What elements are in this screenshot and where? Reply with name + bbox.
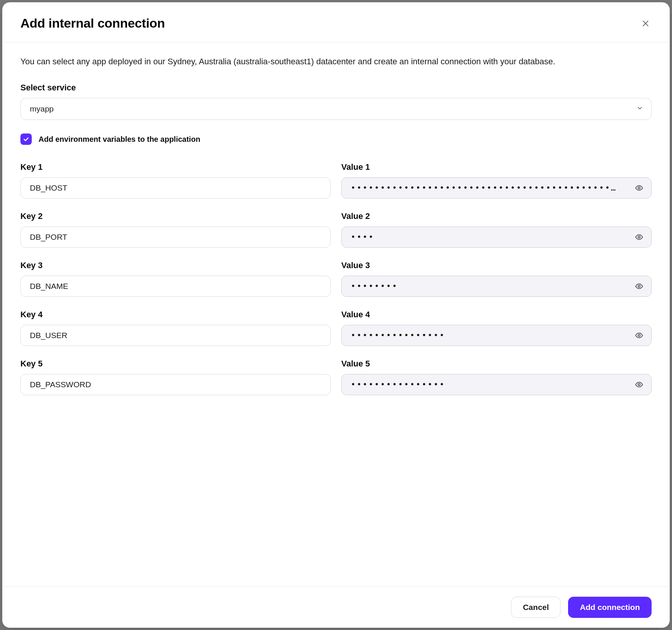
value-label: Value 4: [341, 310, 652, 320]
add-internal-connection-modal: Add internal connection You can select a…: [2, 2, 670, 628]
value-input-3[interactable]: [341, 276, 652, 297]
env-var-grid: Key 1 Value 1 Key 2 Value 2: [20, 162, 652, 408]
key-label: Key 2: [20, 211, 331, 221]
reveal-value-5-button[interactable]: [633, 379, 645, 390]
eye-icon: [635, 282, 643, 290]
value-block-2: Value 2: [341, 211, 652, 248]
key-input-2[interactable]: [20, 227, 331, 248]
select-service-label: Select service: [20, 83, 652, 93]
svg-point-5: [638, 334, 640, 337]
reveal-value-3-button[interactable]: [633, 281, 645, 292]
close-button[interactable]: [639, 17, 652, 29]
modal-header: Add internal connection: [2, 2, 670, 42]
env-var-checkbox-row: Add environment variables to the applica…: [20, 133, 652, 145]
key-input-4[interactable]: [20, 325, 331, 346]
svg-point-2: [638, 187, 640, 189]
key-block-3: Key 3: [20, 261, 331, 297]
key-label: Key 3: [20, 261, 331, 270]
value-block-5: Value 5: [341, 359, 652, 395]
key-input-5[interactable]: [20, 374, 331, 395]
key-input-1[interactable]: [20, 177, 331, 199]
svg-point-3: [638, 236, 640, 238]
key-label: Key 1: [20, 162, 331, 172]
value-block-3: Value 3: [341, 261, 652, 297]
key-label: Key 4: [20, 310, 331, 320]
value-label: Value 2: [341, 211, 652, 221]
value-label: Value 5: [341, 359, 652, 369]
close-icon: [641, 19, 650, 28]
value-input-5[interactable]: [341, 374, 652, 395]
eye-icon: [635, 380, 643, 389]
select-service-wrap: [20, 98, 652, 120]
modal-body: You can select any app deployed in our S…: [2, 42, 670, 587]
eye-icon: [635, 184, 643, 192]
reveal-value-4-button[interactable]: [633, 330, 645, 341]
key-label: Key 5: [20, 359, 331, 369]
modal-footer: Cancel Add connection: [2, 587, 670, 628]
svg-point-6: [638, 383, 640, 386]
value-label: Value 1: [341, 162, 652, 172]
add-connection-button[interactable]: Add connection: [568, 597, 652, 618]
value-input-1[interactable]: [341, 177, 652, 199]
key-block-2: Key 2: [20, 211, 331, 248]
value-block-1: Value 1: [341, 162, 652, 199]
value-block-4: Value 4: [341, 310, 652, 346]
value-input-2[interactable]: [341, 227, 652, 248]
cancel-button[interactable]: Cancel: [511, 597, 561, 618]
svg-point-4: [638, 285, 640, 287]
select-service-input[interactable]: [20, 98, 652, 120]
reveal-value-1-button[interactable]: [633, 182, 645, 194]
key-block-5: Key 5: [20, 359, 331, 395]
check-icon: [23, 136, 29, 143]
key-block-1: Key 1: [20, 162, 331, 199]
key-input-3[interactable]: [20, 276, 331, 297]
modal-description: You can select any app deployed in our S…: [20, 55, 652, 68]
key-block-4: Key 4: [20, 310, 331, 346]
modal-title: Add internal connection: [20, 16, 165, 31]
env-var-checkbox[interactable]: [20, 133, 32, 145]
value-label: Value 3: [341, 261, 652, 270]
value-input-4[interactable]: [341, 325, 652, 346]
eye-icon: [635, 331, 643, 340]
reveal-value-2-button[interactable]: [633, 231, 645, 243]
env-var-checkbox-label: Add environment variables to the applica…: [39, 135, 200, 144]
eye-icon: [635, 233, 643, 241]
